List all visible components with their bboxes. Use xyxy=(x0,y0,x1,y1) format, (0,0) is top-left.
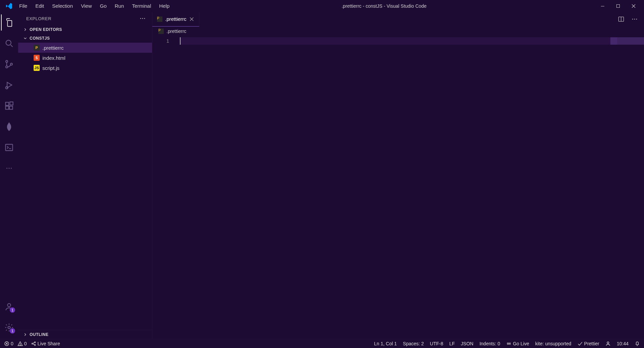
line-number: 1 xyxy=(152,37,179,45)
svg-rect-10 xyxy=(9,106,12,109)
menu-file[interactable]: File xyxy=(15,2,31,10)
menu-run[interactable]: Run xyxy=(111,2,128,10)
status-encoding[interactable]: UTF-8 xyxy=(430,341,443,346)
activity-terminal-ext[interactable] xyxy=(1,139,17,156)
menu-edit[interactable]: Edit xyxy=(32,2,48,10)
prettier-file-icon: P xyxy=(158,29,164,34)
section-outline[interactable]: OUTLINE xyxy=(18,330,152,339)
file-item-label: script.js xyxy=(42,65,60,71)
status-cursor-position[interactable]: Ln 1, Col 1 xyxy=(374,341,397,346)
window-controls xyxy=(595,1,641,11)
editor-body[interactable]: 1 xyxy=(152,36,644,339)
file-tree: P .prettierrc 5 index.html JS script.js xyxy=(18,43,152,330)
file-item-script-js[interactable]: JS script.js xyxy=(18,63,152,73)
svg-point-2 xyxy=(6,40,11,45)
status-indents[interactable]: Indents: 0 xyxy=(480,341,500,346)
status-feedback[interactable] xyxy=(605,341,611,346)
svg-point-14 xyxy=(9,168,10,169)
close-tab-icon[interactable] xyxy=(189,16,194,22)
svg-point-25 xyxy=(636,19,637,20)
status-indentation[interactable]: Spaces: 2 xyxy=(403,341,424,346)
status-bell-icon[interactable] xyxy=(635,341,640,346)
chevron-down-icon xyxy=(23,36,28,41)
section-folder[interactable]: CONSTJS xyxy=(18,34,152,43)
svg-point-17 xyxy=(8,327,10,329)
status-live-share-label: Live Share xyxy=(38,341,60,346)
sidebar-title: EXPLORER xyxy=(26,16,51,21)
file-item-index-html[interactable]: 5 index.html xyxy=(18,53,152,63)
svg-point-15 xyxy=(11,168,12,169)
code-area[interactable] xyxy=(179,36,644,339)
maximize-button[interactable] xyxy=(610,1,626,11)
activity-settings[interactable]: 1 xyxy=(1,319,17,336)
minimize-button[interactable] xyxy=(595,1,610,11)
svg-line-3 xyxy=(11,45,13,47)
breadcrumbs[interactable]: P .prettierrc xyxy=(152,27,644,36)
menu-help[interactable]: Help xyxy=(155,2,173,10)
status-kite[interactable]: kite: unsupported xyxy=(535,341,571,346)
menu-terminal[interactable]: Terminal xyxy=(128,2,155,10)
status-prettier[interactable]: Prettier xyxy=(577,341,599,346)
editor-tabs: P .prettierrc xyxy=(152,12,614,27)
gutter: 1 xyxy=(152,36,179,339)
html-file-icon: 5 xyxy=(34,55,40,61)
window-title: .prettierrc - constJS - Visual Studio Co… xyxy=(173,3,595,9)
svg-point-4 xyxy=(6,60,8,62)
svg-rect-9 xyxy=(6,106,9,109)
minimap-slider[interactable] xyxy=(610,37,644,45)
svg-rect-12 xyxy=(6,144,13,151)
svg-point-32 xyxy=(508,343,509,344)
section-outline-label: OUTLINE xyxy=(30,332,48,337)
menu-go[interactable]: Go xyxy=(96,2,110,10)
activity-source-control[interactable] xyxy=(1,56,17,72)
status-prettier-label: Prettier xyxy=(584,341,599,346)
activity-accounts[interactable]: 1 xyxy=(1,299,17,315)
status-go-live[interactable]: Go Live xyxy=(506,341,529,346)
svg-point-20 xyxy=(144,18,145,19)
svg-point-19 xyxy=(142,18,143,19)
activity-explorer[interactable] xyxy=(1,14,17,31)
status-warnings[interactable]: 0 xyxy=(17,341,27,346)
status-live-share[interactable]: Live Share xyxy=(31,341,60,346)
svg-point-18 xyxy=(140,18,141,19)
titlebar: File Edit Selection View Go Run Terminal… xyxy=(0,0,644,12)
activity-search[interactable] xyxy=(1,35,17,51)
js-file-icon: JS xyxy=(34,65,40,71)
activity-mongodb[interactable] xyxy=(1,119,17,135)
activity-run-debug[interactable] xyxy=(1,77,17,93)
status-warnings-count: 0 xyxy=(24,341,27,346)
settings-badge: 1 xyxy=(10,328,15,334)
tab-label: .prettierrc xyxy=(165,16,186,22)
activity-more[interactable] xyxy=(1,160,17,176)
accounts-badge: 1 xyxy=(10,307,15,313)
activity-bar: 1 1 xyxy=(0,12,18,339)
status-eol[interactable]: LF xyxy=(449,341,455,346)
editor-more-icon[interactable] xyxy=(630,14,639,24)
file-item-prettierrc[interactable]: P .prettierrc xyxy=(18,43,152,53)
prettier-file-icon: P xyxy=(157,16,162,22)
status-errors[interactable]: 0 xyxy=(4,341,13,346)
current-line-highlight xyxy=(179,37,617,45)
close-button[interactable] xyxy=(626,1,641,11)
section-open-editors-label: OPEN EDITORS xyxy=(30,27,62,32)
svg-point-5 xyxy=(6,66,8,68)
prettier-file-icon: P xyxy=(34,45,40,51)
chevron-right-icon xyxy=(23,27,28,32)
status-clock[interactable]: 10:44 xyxy=(617,341,629,346)
status-language[interactable]: JSON xyxy=(461,341,473,346)
svg-point-6 xyxy=(10,63,12,65)
menubar: File Edit Selection View Go Run Terminal… xyxy=(15,0,173,12)
svg-point-16 xyxy=(7,304,10,307)
svg-point-33 xyxy=(607,342,609,344)
menu-view[interactable]: View xyxy=(77,2,96,10)
split-editor-icon[interactable] xyxy=(616,14,626,24)
activity-extensions[interactable] xyxy=(1,98,17,114)
svg-point-28 xyxy=(20,345,20,345)
svg-point-24 xyxy=(634,19,635,20)
tab-prettierrc[interactable]: P .prettierrc xyxy=(152,12,199,27)
sidebar-more-icon[interactable] xyxy=(139,15,146,22)
menu-selection[interactable]: Selection xyxy=(48,2,77,10)
svg-rect-11 xyxy=(10,102,13,105)
section-open-editors[interactable]: OPEN EDITORS xyxy=(18,25,152,34)
statusbar: 0 0 Live Share Ln 1, Col 1 Spaces: 2 UTF… xyxy=(0,339,644,348)
